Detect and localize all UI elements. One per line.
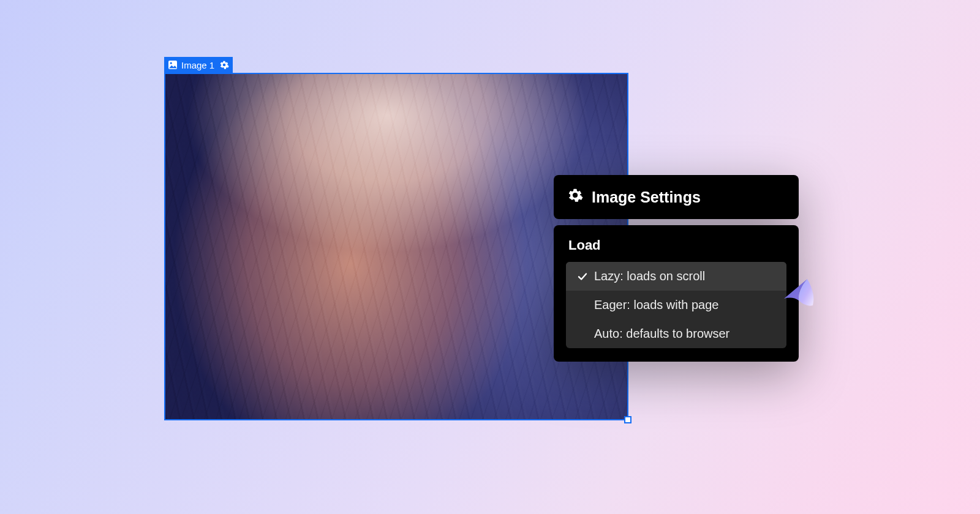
load-option-list: Lazy: loads on scroll Eager: loads with … (566, 262, 786, 348)
load-option-eager[interactable]: Eager: loads with page (566, 291, 786, 319)
check-icon (575, 271, 590, 282)
panel-header-section: Image Settings (554, 175, 799, 219)
gear-icon[interactable] (219, 60, 229, 70)
svg-point-1 (170, 62, 172, 64)
resize-handle-se[interactable] (624, 416, 631, 423)
image-settings-panel: Image Settings Load Lazy: loads on scrol… (554, 175, 799, 368)
panel-body-section: Load Lazy: loads on scroll Eager: loads … (554, 225, 799, 362)
load-option-lazy[interactable]: Lazy: loads on scroll (566, 262, 786, 291)
option-label: Lazy: loads on scroll (594, 269, 705, 283)
image-icon (168, 60, 178, 70)
option-label: Auto: defaults to browser (594, 327, 729, 341)
panel-title: Image Settings (592, 188, 701, 206)
panel-header: Image Settings (554, 175, 799, 219)
load-option-auto[interactable]: Auto: defaults to browser (566, 319, 786, 348)
gear-icon (567, 187, 583, 207)
element-label-text: Image 1 (181, 60, 216, 70)
option-label: Eager: loads with page (594, 298, 718, 312)
load-section-label: Load (566, 237, 786, 262)
element-label-tag[interactable]: Image 1 (164, 57, 233, 73)
